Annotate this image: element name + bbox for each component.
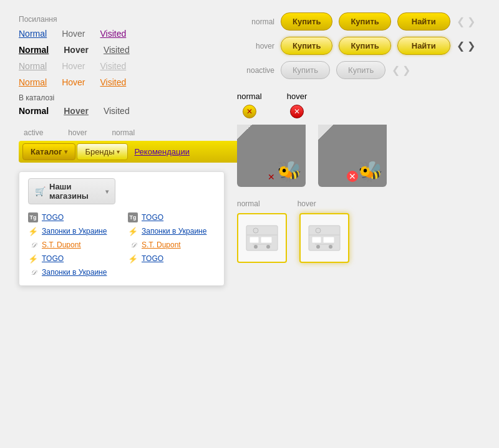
- thumb-hover-label: hover: [298, 199, 316, 208]
- btn-row-noactive-label: noactive: [237, 66, 274, 75]
- menu-link-togo-2[interactable]: TOGO: [42, 254, 64, 263]
- close-overlay-normal[interactable]: ✕: [268, 172, 275, 182]
- product-card-preview: 🐝 ✕ 🐝 ✕: [237, 125, 480, 187]
- link-row-1: Normal Hover Visited: [19, 29, 218, 39]
- btn-row-hover-label: hover: [237, 42, 274, 50]
- dropdown-section: 🛒 Наши магазины ▾ Tg TOGO ⚡ Запонки в Ук…: [19, 171, 218, 286]
- dupont-icon-3: 𝒟: [128, 240, 138, 250]
- link-normal-gray[interactable]: Normal: [19, 61, 47, 71]
- menu-columns: Tg TOGO ⚡ Запонки в Украине 𝒟 S.T. Dupon…: [28, 211, 215, 279]
- menu-link-zaponly-3[interactable]: Запонки в Украине: [142, 227, 206, 236]
- menu-link-dupont-1[interactable]: S.T. Dupont: [42, 241, 81, 249]
- catalog-link-hover[interactable]: Hover: [64, 106, 89, 116]
- btn-row-noactive: noactive Купить Купить ❮ ❯: [237, 61, 480, 79]
- nav-catalog-label: Каталог: [31, 147, 62, 156]
- svg-rect-3: [250, 237, 259, 243]
- bee-icon-normal: 🐝: [277, 160, 302, 183]
- prev-arrow-icon: ❮: [457, 16, 465, 27]
- nav-arrows-noactive: ❮ ❯: [392, 64, 410, 76]
- svg-point-2: [253, 228, 258, 233]
- link-hover-1: Hover: [62, 29, 85, 39]
- link-normal-blue[interactable]: Normal: [19, 29, 47, 39]
- btn-row-normal: normal Купить Купить Найти ❮ ❯: [237, 12, 480, 31]
- nav-bar: Каталог ▾ Бренды ▾ Рекомендации: [19, 141, 256, 163]
- buy-button-normal-2[interactable]: Купить: [339, 12, 390, 31]
- link-hover-2: Hover: [64, 45, 89, 55]
- thumb-state-labels: normal hover: [237, 199, 480, 208]
- next-arrow-icon: ❯: [467, 16, 475, 27]
- menu-link-togo-1[interactable]: TOGO: [42, 213, 64, 222]
- svg-rect-12: [323, 237, 334, 243]
- link-row-2: Normal Hover Visited: [19, 45, 218, 55]
- menu-link-zaponly-1[interactable]: Запонки в Украине: [42, 227, 107, 236]
- catalog-link-visited: Visited: [104, 106, 130, 116]
- catalog-link-row: Normal Hover Visited: [19, 106, 218, 116]
- zap-icon-3: ⚡: [128, 226, 138, 236]
- svg-point-15: [329, 245, 332, 249]
- link-visited-orange[interactable]: Visited: [100, 77, 126, 87]
- dupont-icon-2: 𝒟: [28, 267, 38, 277]
- buy-button-normal-1[interactable]: Купить: [281, 12, 332, 31]
- svg-rect-11: [312, 237, 321, 243]
- link-visited-bold[interactable]: Visited: [104, 45, 130, 55]
- find-button-normal[interactable]: Найти: [397, 12, 450, 31]
- buttons-section: normal Купить Купить Найти ❮ ❯ hover Куп…: [237, 12, 480, 79]
- link-normal-bold[interactable]: Normal: [19, 45, 49, 55]
- list-item[interactable]: 𝒟 Запонки в Украине: [28, 265, 115, 279]
- menu-link-togo-3[interactable]: TOGO: [142, 213, 163, 222]
- list-item[interactable]: 𝒟 S.T. Dupont: [128, 238, 215, 252]
- list-item[interactable]: ⚡ TOGO: [28, 252, 115, 265]
- link-visited-blue[interactable]: Visited: [100, 29, 126, 39]
- nav-states: active hover normal: [19, 128, 218, 137]
- list-item[interactable]: ⚡ Запонки в Украине: [128, 224, 215, 238]
- nav-catalog-arrow-icon: ▾: [64, 148, 67, 155]
- product-card-normal: 🐝 ✕: [237, 125, 306, 187]
- nav-arrows-normal: ❮ ❯: [457, 16, 475, 27]
- find-button-hover[interactable]: Найти: [397, 37, 450, 55]
- menu-link-zaponly-2[interactable]: Запонки в Украине: [42, 268, 107, 277]
- nav-catalog-button[interactable]: Каталог ▾: [22, 143, 75, 160]
- link-row-3: Normal Hover Visited: [19, 61, 218, 71]
- list-item[interactable]: ⚡ Запонки в Украине: [28, 224, 115, 238]
- nav-state-active: active: [24, 128, 43, 137]
- svg-point-6: [254, 245, 258, 249]
- thumbnail-hover[interactable]: [299, 213, 349, 263]
- dupont-icon: 𝒟: [28, 240, 38, 250]
- buy-button-noactive-1: Купить: [281, 61, 330, 79]
- close-hover-state: hover ✕: [287, 92, 308, 118]
- list-item[interactable]: Tg TOGO: [28, 211, 115, 224]
- link-hover-3: Hover: [62, 61, 85, 71]
- next-arrow-hover-icon: ❯: [467, 40, 475, 52]
- list-item[interactable]: Tg TOGO: [128, 211, 215, 224]
- close-normal-label: normal: [237, 92, 262, 101]
- link-normal-orange[interactable]: Normal: [19, 77, 47, 87]
- chevron-down-icon: ▾: [105, 188, 109, 195]
- buy-button-hover-1[interactable]: Купить: [281, 37, 332, 55]
- close-overlay-hover[interactable]: ✕: [347, 171, 358, 182]
- svg-point-14: [316, 245, 320, 249]
- zap-icon-2: ⚡: [28, 254, 38, 264]
- thumbnail-normal[interactable]: [237, 213, 287, 263]
- nav-reco-link[interactable]: Рекомендации: [129, 144, 195, 160]
- list-item[interactable]: ⚡ TOGO: [128, 252, 215, 265]
- menu-link-togo-4[interactable]: TOGO: [142, 254, 163, 263]
- thumb-normal-label: normal: [237, 199, 260, 208]
- link-visited-gray[interactable]: Visited: [100, 61, 126, 71]
- corner-fold-normal: [237, 125, 252, 140]
- zap-icon: ⚡: [28, 226, 38, 236]
- cart-icon: 🛒: [35, 186, 46, 196]
- close-button-normal[interactable]: ✕: [243, 105, 256, 118]
- nav-brands-label: Бренды: [85, 147, 114, 156]
- close-button-hover[interactable]: ✕: [290, 105, 304, 118]
- menu-link-dupont-2[interactable]: S.T. Dupont: [142, 241, 181, 249]
- menu-col-1: Tg TOGO ⚡ Запонки в Украине 𝒟 S.T. Dupon…: [28, 211, 115, 279]
- dropdown-header[interactable]: 🛒 Наши магазины ▾: [28, 178, 115, 204]
- nav-brands-button[interactable]: Бренды ▾: [77, 143, 128, 160]
- dropdown-header-label: Наши магазины: [49, 182, 102, 201]
- catalog-link-normal[interactable]: Normal: [19, 106, 49, 116]
- buy-button-hover-2[interactable]: Купить: [339, 37, 390, 55]
- svg-rect-4: [261, 237, 272, 243]
- close-normal-state: normal ✕: [237, 92, 262, 118]
- btn-row-hover: hover Купить Купить Найти ❮ ❯: [237, 37, 480, 55]
- list-item[interactable]: 𝒟 S.T. Dupont: [28, 238, 115, 252]
